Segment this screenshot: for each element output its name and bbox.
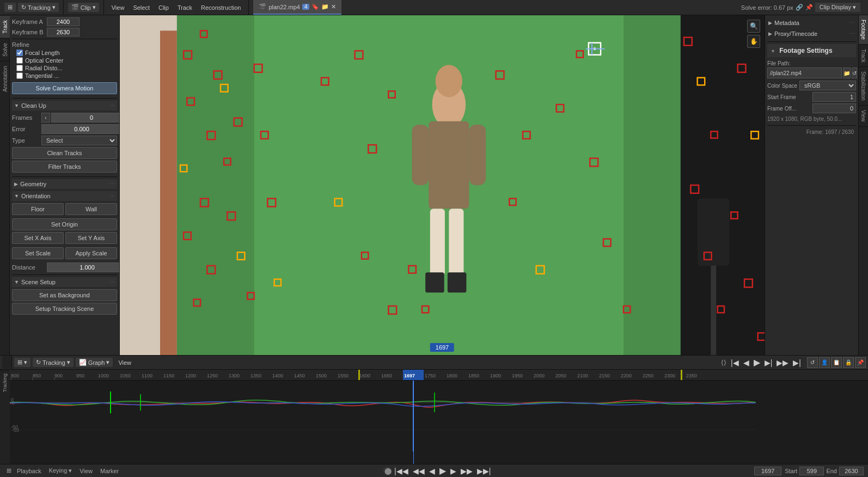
radial-dist-checkbox[interactable] (16, 65, 23, 71)
error-input[interactable] (41, 124, 119, 134)
apply-scale-btn[interactable]: Apply Scale (65, 247, 117, 259)
bottom-play-btn[interactable]: ▶ (438, 466, 448, 476)
right-tab-footage[interactable]: Footage (859, 15, 869, 45)
workspace-icon-btn[interactable]: ⊞ (4, 3, 16, 12)
color-space-select[interactable]: sRGB Linear Raw (799, 81, 856, 90)
timeline-icon3[interactable]: 📋 (831, 357, 842, 368)
bottom-jump-start-btn[interactable]: |◀◀ (393, 467, 410, 475)
sidebar-tab-annotation[interactable]: Annotation (0, 61, 10, 96)
bottom-current-frame[interactable] (754, 467, 781, 475)
timeline-keyframe-btn[interactable]: ⟨⟩ (719, 359, 728, 366)
timeline-graph-content[interactable]: 0 -50 0 -50 (10, 381, 868, 464)
bottom-keying-label: Keying (49, 467, 68, 474)
geometry-header[interactable]: ▶ Geometry ⋯ (12, 179, 117, 189)
setup-tracking-btn[interactable]: Setup Tracking Scene (12, 303, 117, 315)
bottom-prev-key-btn[interactable]: ◀◀ (411, 467, 426, 475)
svg-text:1150: 1150 (163, 373, 174, 378)
bottom-view-btn[interactable]: View (77, 467, 95, 475)
timeline-tools-btn[interactable]: ⊞ ▾ (14, 358, 30, 367)
timeline-play-btn[interactable]: ▶ (752, 357, 762, 368)
view-menu[interactable]: View (108, 3, 128, 12)
optical-center-checkbox[interactable] (16, 57, 23, 64)
set-x-axis-btn[interactable]: Set X Axis (12, 232, 64, 244)
tab-close-icon[interactable]: ✕ (331, 3, 336, 10)
set-scale-btn[interactable]: Set Scale (12, 247, 64, 259)
timeline-prev-key-btn[interactable]: |◀ (729, 358, 741, 367)
distance-input[interactable] (47, 262, 119, 272)
frames-input[interactable] (51, 113, 119, 123)
bottom-marker-btn[interactable]: Marker (98, 467, 121, 475)
bottom-prev-frame-btn[interactable]: ◀ (427, 467, 437, 475)
svg-rect-13 (448, 272, 467, 292)
set-origin-btn[interactable]: Set Origin (12, 218, 117, 230)
filter-tracks-btn[interactable]: Filter Tracks (12, 161, 117, 173)
track-menu[interactable]: Track (174, 3, 195, 12)
timeline-tracking-btn[interactable]: ↻ Tracking ▾ (33, 358, 74, 367)
tab-folder-icon[interactable]: 📁 (321, 3, 329, 10)
set-background-btn[interactable]: Set as Background (12, 289, 117, 301)
scene-setup-header[interactable]: ▼ Scene Setup ⋯ (12, 277, 117, 287)
timeline-next-key-btn[interactable]: ▶▶ (775, 358, 790, 367)
timeline-next-frame-btn[interactable]: ▶| (763, 358, 774, 367)
metadata-section-header[interactable]: ▶ Metadata ⋯ (767, 17, 856, 28)
clean-up-header[interactable]: ▼ Clean Up ⋯ (12, 101, 117, 111)
sidebar-tab-solve[interactable]: Solve (0, 38, 10, 61)
bottom-next-key-btn[interactable]: ▶▶ (459, 467, 474, 475)
resolution-info: 1920 x 1080, RGB byte, 50.0... (767, 115, 856, 123)
timeline-end-btn[interactable]: ▶| (791, 358, 803, 367)
focal-length-checkbox[interactable] (16, 50, 23, 56)
bottom-record-btn[interactable]: ⬤ (383, 467, 392, 475)
metadata-label: Metadata (774, 20, 799, 26)
tangential-checkbox[interactable] (16, 72, 23, 79)
start-frame-input[interactable] (812, 92, 856, 102)
timeline-tab-tracking[interactable]: Tracking (0, 370, 10, 395)
bottom-keying-btn[interactable]: Keying ▾ (47, 466, 75, 475)
start-range-input[interactable] (799, 467, 824, 475)
filepath-reload-btn[interactable]: ↺ (852, 68, 857, 78)
right-tab-view[interactable]: View (859, 106, 869, 127)
keyframe-a-input[interactable] (47, 17, 80, 26)
reconstruction-menu[interactable]: Reconstruction (198, 3, 244, 12)
frame-offset-input[interactable] (812, 103, 856, 113)
bottom-jump-end-btn[interactable]: ▶▶| (475, 467, 493, 475)
workspace-tracking-btn[interactable]: ↻ Tracking ▾ (18, 3, 59, 12)
select-menu[interactable]: Select (130, 3, 153, 12)
bottom-tools-btn[interactable]: ⊞ (4, 466, 14, 475)
solve-camera-btn[interactable]: Solve Camera Motion (12, 82, 117, 94)
bottom-change-frame-btn[interactable]: Playback (15, 467, 44, 475)
bottom-next-frame-btn[interactable]: ▶ (449, 467, 458, 475)
timeline-icon1[interactable]: ↺ (807, 357, 818, 368)
filepath-folder-btn[interactable]: 📁 (843, 68, 851, 78)
hand-icon[interactable]: ✋ (747, 35, 760, 48)
proxy-section-header[interactable]: ▶ Proxy/Timecode ⋯ (767, 28, 856, 39)
frames-decrease-btn[interactable]: ‹ (41, 113, 50, 123)
sidebar-tab-track[interactable]: Track (0, 15, 10, 38)
timeline-icon5[interactable]: 📌 (855, 357, 866, 368)
left-sidebar: Track Solve Annotation Keyframe A Keyfra… (0, 15, 120, 355)
timeline-graph-btn[interactable]: 📈 Graph ▾ (76, 358, 113, 367)
clip-display-btn[interactable]: Clip Display ▾ (815, 3, 860, 12)
right-tab-track[interactable]: Track (859, 45, 869, 68)
orientation-header[interactable]: ▼ Orientation ⋯ (12, 191, 117, 201)
viewport[interactable]: 1697 🔍 ✋ (120, 15, 765, 355)
timeline-icon4[interactable]: 🔒 (843, 357, 854, 368)
right-tab-stabilization[interactable]: Stabilization (859, 67, 869, 106)
floor-btn[interactable]: Floor (12, 203, 64, 215)
keyframe-b-input[interactable] (47, 28, 80, 36)
timeline-icon2[interactable]: 👤 (819, 357, 830, 368)
timeline-view-menu[interactable]: View (115, 358, 135, 367)
clip-tab-btn[interactable]: 🎬 Clip ▾ (68, 3, 99, 12)
tab-bookmark-icon[interactable]: 🔖 (311, 3, 319, 10)
wall-btn[interactable]: Wall (65, 203, 117, 215)
zoom-icon[interactable]: 🔍 (747, 20, 760, 33)
clip-menu[interactable]: Clip (155, 3, 172, 12)
end-range-input[interactable] (839, 467, 864, 475)
clean-tracks-btn[interactable]: Clean Tracks (12, 147, 117, 159)
timeline-prev-frame-btn[interactable]: ◀ (742, 358, 751, 367)
main-area: Track Solve Annotation Keyframe A Keyfra… (0, 15, 868, 355)
proxy-dots: ⋯ (850, 31, 855, 36)
type-select[interactable]: Select Detected Keyframe (41, 136, 117, 145)
clip-tab-active[interactable]: 🎬 plan22.mp4 4 🔖 📁 ✕ (253, 0, 341, 15)
filepath-input[interactable] (767, 68, 842, 78)
set-y-axis-btn[interactable]: Set Y Axis (65, 232, 117, 244)
